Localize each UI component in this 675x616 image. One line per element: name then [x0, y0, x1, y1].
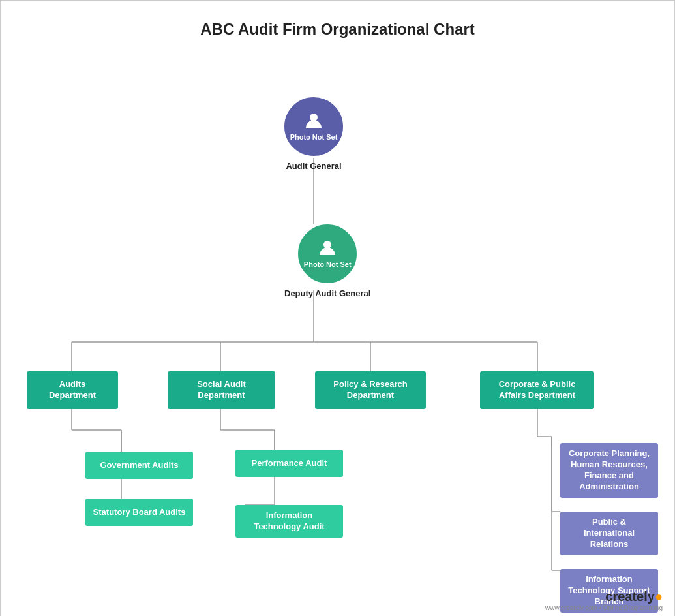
- person-icon: [303, 111, 324, 132]
- brand-watermark: creately● www.creately.com • Online Diag…: [545, 589, 663, 611]
- govt-audits-box: Government Audits: [85, 452, 193, 479]
- corp-planning-label: Corporate Planning,Human Resources,Finan…: [569, 448, 650, 493]
- deputy-photo-text: Photo Not Set: [304, 260, 352, 269]
- deputy-audit-general-node: Photo Not Set Deputy Audit General: [284, 224, 370, 298]
- audits-dept-box: AuditsDepartment: [27, 371, 118, 409]
- deputy-avatar: Photo Not Set: [298, 224, 357, 283]
- corporate-public-label: Corporate & PublicAffairs Department: [499, 379, 576, 401]
- corporate-public-box: Corporate & PublicAffairs Department: [480, 371, 594, 409]
- social-audit-label: Social AuditDepartment: [197, 379, 246, 401]
- performance-audit-box: Performance Audit: [235, 450, 343, 477]
- org-chart: Photo Not Set Audit General Photo Not Se…: [1, 52, 674, 616]
- page-wrapper: ABC Audit Firm Organizational Chart: [0, 0, 675, 616]
- policy-research-box: Policy & ResearchDepartment: [315, 371, 426, 409]
- audit-general-node: Photo Not Set Audit General: [284, 97, 343, 171]
- public-intl-box: Public & InternationalRelations: [560, 512, 658, 555]
- deputy-label: Deputy Audit General: [284, 288, 370, 298]
- brand-name: creately: [605, 589, 655, 604]
- brand-logo: creately●: [545, 589, 663, 604]
- audits-dept-label: AuditsDepartment: [49, 379, 96, 401]
- performance-audit-label: Performance Audit: [252, 458, 327, 469]
- it-audit-label: InformationTechnology Audit: [254, 510, 324, 532]
- it-audit-box: InformationTechnology Audit: [235, 505, 343, 538]
- audit-general-label: Audit General: [286, 161, 341, 171]
- policy-research-label: Policy & ResearchDepartment: [333, 379, 407, 401]
- social-audit-box: Social AuditDepartment: [168, 371, 275, 409]
- statutory-board-label: Statutory Board Audits: [93, 507, 186, 518]
- brand-tagline: www.creately.com • Online Diagramming: [545, 604, 663, 611]
- page-title: ABC Audit Firm Organizational Chart: [1, 1, 674, 38]
- audit-general-photo-text: Photo Not Set: [290, 133, 338, 142]
- deputy-person-icon: [317, 238, 338, 259]
- public-intl-label: Public & InternationalRelations: [567, 517, 652, 550]
- corp-planning-box: Corporate Planning,Human Resources,Finan…: [560, 443, 658, 498]
- brand-dot-icon: ●: [655, 589, 663, 604]
- audit-general-avatar: Photo Not Set: [284, 97, 343, 156]
- govt-audits-label: Government Audits: [100, 460, 178, 471]
- statutory-board-box: Statutory Board Audits: [85, 499, 193, 526]
